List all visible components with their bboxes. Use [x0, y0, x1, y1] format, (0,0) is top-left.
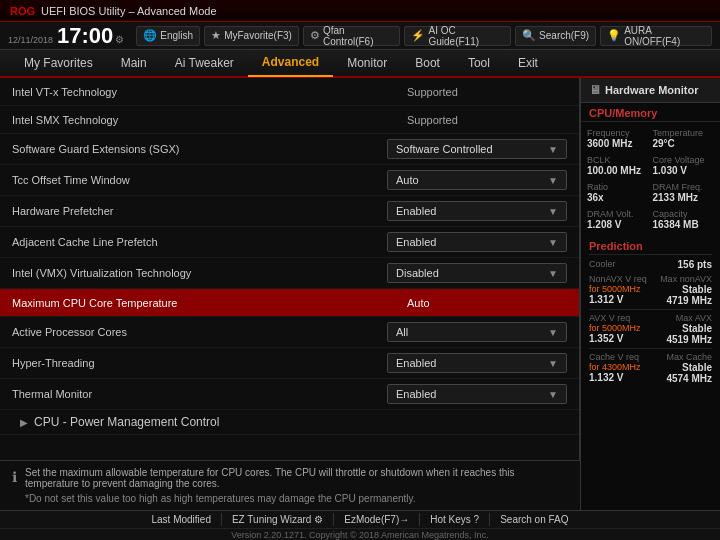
- subsection-label: CPU - Power Management Control: [34, 415, 219, 429]
- nav-main[interactable]: Main: [107, 49, 161, 77]
- nav-boot[interactable]: Boot: [401, 49, 454, 77]
- aioc-button[interactable]: ⚡ AI OC Guide(F11): [404, 26, 511, 46]
- setting-label-smx: Intel SMX Technology: [12, 114, 407, 126]
- capacity-label: Capacity: [653, 209, 715, 219]
- dram-volt-value: 1.208 V: [587, 219, 649, 230]
- qfan-button[interactable]: ⚙ Qfan Control(F6): [303, 26, 401, 46]
- rog-logo: ROG: [10, 5, 35, 17]
- setting-label-vmx: Intel (VMX) Virtualization Technology: [12, 267, 387, 279]
- core-volt-label: Core Voltage: [653, 155, 715, 165]
- setting-vtx: Intel VT-x Technology Supported: [0, 78, 579, 106]
- description-warning: *Do not set this value too high as high …: [25, 493, 568, 504]
- search-button[interactable]: 🔍 Search(F9): [515, 26, 596, 46]
- dram-freq-label: DRAM Freq.: [653, 182, 715, 192]
- freq-cell: Frequency 3600 MHz: [587, 126, 649, 151]
- setting-dropdown-vmx[interactable]: Disabled ▼: [387, 263, 567, 283]
- capacity-value: 16384 MB: [653, 219, 715, 230]
- nav-bar: My Favorites Main Ai Tweaker Advanced Mo…: [0, 50, 720, 78]
- nav-ai-tweaker[interactable]: Ai Tweaker: [161, 49, 248, 77]
- setting-value-max-cpu-temp: Auto: [407, 297, 567, 309]
- myfavorite-button[interactable]: ★ MyFavorite(F3): [204, 26, 299, 46]
- aioc-label: AI OC Guide(F11): [428, 25, 504, 47]
- temp-label: Temperature: [653, 128, 715, 138]
- nav-tool[interactable]: Tool: [454, 49, 504, 77]
- aura-icon: 💡: [607, 29, 621, 42]
- tcc-value: Auto: [396, 174, 419, 186]
- hot-keys-button[interactable]: Hot Keys ?: [420, 513, 490, 526]
- setting-adj-cache[interactable]: Adjacent Cache Line Prefetch Enabled ▼: [0, 227, 579, 258]
- nav-advanced[interactable]: Advanced: [248, 49, 333, 77]
- left-panel-wrapper: Intel VT-x Technology Supported Intel SM…: [0, 78, 580, 510]
- setting-dropdown-adj-cache[interactable]: Enabled ▼: [387, 232, 567, 252]
- thermal-monitor-value: Enabled: [396, 388, 436, 400]
- settings-panel: Intel VT-x Technology Supported Intel SM…: [0, 78, 580, 460]
- search-faq-button[interactable]: Search on FAQ: [490, 513, 578, 526]
- setting-value-vtx: Supported: [407, 86, 567, 98]
- cooler-value: 156 pts: [678, 259, 712, 270]
- setting-dropdown-sgx[interactable]: Software Controlled ▼: [387, 139, 567, 159]
- cpu-power-subsection[interactable]: ▶ CPU - Power Management Control: [0, 410, 579, 435]
- setting-label-vtx: Intel VT-x Technology: [12, 86, 407, 98]
- cooler-label: Cooler: [589, 259, 616, 270]
- prediction-title: Prediction: [589, 240, 712, 255]
- setting-hw-prefetch[interactable]: Hardware Prefetcher Enabled ▼: [0, 196, 579, 227]
- freq-value: 3600 MHz: [587, 138, 649, 149]
- setting-tcc[interactable]: Tcc Offset Time Window Auto ▼: [0, 165, 579, 196]
- cache-req-value: 1.132 V: [589, 372, 641, 383]
- setting-dropdown-hw-prefetch[interactable]: Enabled ▼: [387, 201, 567, 221]
- setting-vmx[interactable]: Intel (VMX) Virtualization Technology Di…: [0, 258, 579, 289]
- dram-freq-value: 2133 MHz: [653, 192, 715, 203]
- setting-active-cores[interactable]: Active Processor Cores All ▼: [0, 317, 579, 348]
- setting-dropdown-tcc[interactable]: Auto ▼: [387, 170, 567, 190]
- ratio-cell: Ratio 36x: [587, 180, 649, 205]
- nav-favorites[interactable]: My Favorites: [10, 49, 107, 77]
- ratio-label: Ratio: [587, 182, 649, 192]
- aura-button[interactable]: 💡 AURA ON/OFF(F4): [600, 26, 712, 46]
- language-icon: 🌐: [143, 29, 157, 42]
- nav-monitor[interactable]: Monitor: [333, 49, 401, 77]
- aura-label: AURA ON/OFF(F4): [624, 25, 705, 47]
- last-modified-button[interactable]: Last Modified: [141, 513, 221, 526]
- datetime: 12/11/2018 17:00 ⚙: [8, 25, 124, 47]
- footer-version: Version 2.20.1271. Copyright © 2018 Amer…: [0, 529, 720, 541]
- setting-smx: Intel SMX Technology Supported: [0, 106, 579, 134]
- aioc-icon: ⚡: [411, 29, 425, 42]
- bclk-label: BCLK: [587, 155, 649, 165]
- ez-mode-button[interactable]: EzMode(F7)→: [334, 513, 420, 526]
- hw-monitor-panel: 🖥 Hardware Monitor CPU/Memory Frequency …: [580, 78, 720, 510]
- setting-dropdown-hyper-thread[interactable]: Enabled ▼: [387, 353, 567, 373]
- dropdown-arrow-vmx: ▼: [548, 268, 558, 279]
- max-avx-freq: 4519 MHz: [666, 334, 712, 345]
- gear-icon[interactable]: ⚙: [115, 34, 124, 45]
- setting-sgx[interactable]: Software Guard Extensions (SGX) Software…: [0, 134, 579, 165]
- pred-cache-row: Cache V req for 4300MHz 1.132 V Max Cach…: [589, 348, 712, 384]
- myfavorite-label: MyFavorite(F3): [224, 30, 292, 41]
- nonavx-req-label: NonAVX V req: [589, 274, 647, 284]
- pred-avx-row: AVX V req for 5000MHz 1.352 V Max AVX St…: [589, 309, 712, 345]
- date-display: 12/11/2018: [8, 36, 53, 45]
- nav-exit[interactable]: Exit: [504, 49, 552, 77]
- ez-tuning-button[interactable]: EZ Tuning Wizard ⚙: [222, 513, 334, 526]
- setting-dropdown-thermal-monitor[interactable]: Enabled ▼: [387, 384, 567, 404]
- active-cores-value: All: [396, 326, 408, 338]
- setting-label-active-cores: Active Processor Cores: [12, 326, 387, 338]
- dropdown-arrow-tcc: ▼: [548, 175, 558, 186]
- setting-dropdown-active-cores[interactable]: All ▼: [387, 322, 567, 342]
- max-nonavx-freq: 4719 MHz: [660, 295, 712, 306]
- nonavx-req-value: 1.312 V: [589, 294, 647, 305]
- adj-cache-value: Enabled: [396, 236, 436, 248]
- setting-max-cpu-temp[interactable]: Maximum CPU Core Temperature Auto: [0, 289, 579, 317]
- setting-hyper-thread[interactable]: Hyper-Threading Enabled ▼: [0, 348, 579, 379]
- bclk-value: 100.00 MHz: [587, 165, 649, 176]
- qfan-icon: ⚙: [310, 29, 320, 42]
- capacity-cell: Capacity 16384 MB: [653, 207, 715, 232]
- cooler-row: Cooler 156 pts: [589, 259, 712, 270]
- cpu-memory-grid: Frequency 3600 MHz Temperature 29°C BCLK…: [581, 122, 720, 236]
- language-button[interactable]: 🌐 English: [136, 26, 200, 46]
- description-panel: ℹ Set the maximum allowable temperature …: [0, 460, 580, 510]
- setting-thermal-monitor[interactable]: Thermal Monitor Enabled ▼: [0, 379, 579, 410]
- core-volt-cell: Core Voltage 1.030 V: [653, 153, 715, 178]
- dram-volt-cell: DRAM Volt. 1.208 V: [587, 207, 649, 232]
- setting-label-thermal-monitor: Thermal Monitor: [12, 388, 387, 400]
- max-avx-label: Max AVX: [666, 313, 712, 323]
